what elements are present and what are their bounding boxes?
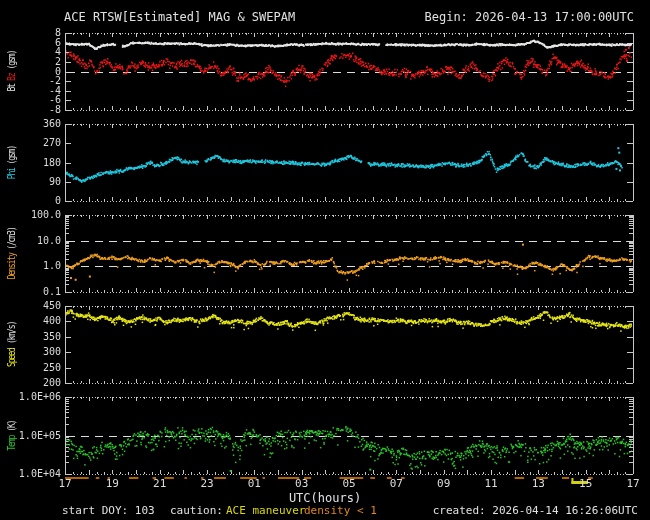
axis-title-phi: Phi (gsm)	[2, 131, 20, 194]
axis-title-part: (gsm)	[6, 146, 17, 165]
y-tick-label: 100.0	[0, 209, 61, 221]
axis-title-part: (K)	[6, 421, 17, 432]
begin-timestamp: Begin: 2026-04-13 17:00:00UTC	[424, 10, 634, 24]
y-tick-label: -8	[0, 104, 61, 116]
y-tick-label: 1.0E+06	[0, 391, 61, 403]
plot-canvas	[0, 0, 650, 520]
axis-title-part: (gsm)	[6, 51, 17, 70]
y-tick-label: 0.1	[0, 286, 61, 298]
x-tick-label: 19	[97, 477, 127, 490]
x-tick-label: 17	[618, 477, 648, 490]
axis-title-part: (/cm3)	[6, 228, 17, 250]
x-tick-label: 01	[239, 477, 269, 490]
ace-rtsw-plot: ACE RTSW[Estimated] MAG & SWEPAM Begin: …	[0, 0, 650, 520]
caution-maneuver-text: ACE maneuver	[226, 504, 305, 517]
axis-title-part: (km/s)	[6, 322, 17, 344]
axis-title-bt-bz: Bt Bz (gsm)	[2, 40, 20, 103]
axis-title-speed: Speed (km/s)	[2, 313, 20, 376]
x-tick-label: 17	[50, 477, 80, 490]
axis-title-part: Density	[6, 250, 17, 280]
x-tick-label: 05	[334, 477, 364, 490]
y-tick-label: 200	[0, 377, 61, 389]
axis-title-temp: Temp (K)	[2, 404, 20, 467]
caution-density-text: density < 1	[304, 504, 377, 517]
x-tick-label: 13	[523, 477, 553, 490]
y-tick-label: 360	[0, 118, 61, 130]
axis-title-density: Density (/cm3)	[2, 222, 20, 285]
x-tick-label: 15	[571, 477, 601, 490]
x-tick-label: 23	[192, 477, 222, 490]
created-timestamp: created: 2026-04-14 16:26:06UTC	[433, 504, 638, 517]
x-tick-label: 21	[145, 477, 175, 490]
x-tick-label: 09	[429, 477, 459, 490]
x-tick-label: 07	[381, 477, 411, 490]
plot-title: ACE RTSW[Estimated] MAG & SWEPAM	[64, 10, 295, 24]
caution-label: caution:	[170, 504, 223, 517]
x-tick-label: 03	[287, 477, 317, 490]
axis-title-part: Speed	[6, 345, 17, 367]
x-tick-label: 11	[476, 477, 506, 490]
x-axis-label: UTC(hours)	[0, 491, 650, 505]
axis-title-part: Temp	[6, 432, 17, 451]
start-doy-label: start DOY: 103	[62, 504, 155, 517]
axis-title-part: Phi	[6, 164, 17, 179]
y-tick-label: 0	[0, 195, 61, 207]
axis-title-part: Bt	[6, 81, 17, 92]
y-tick-label: 450	[0, 300, 61, 312]
axis-title-part: Bz	[6, 70, 17, 81]
